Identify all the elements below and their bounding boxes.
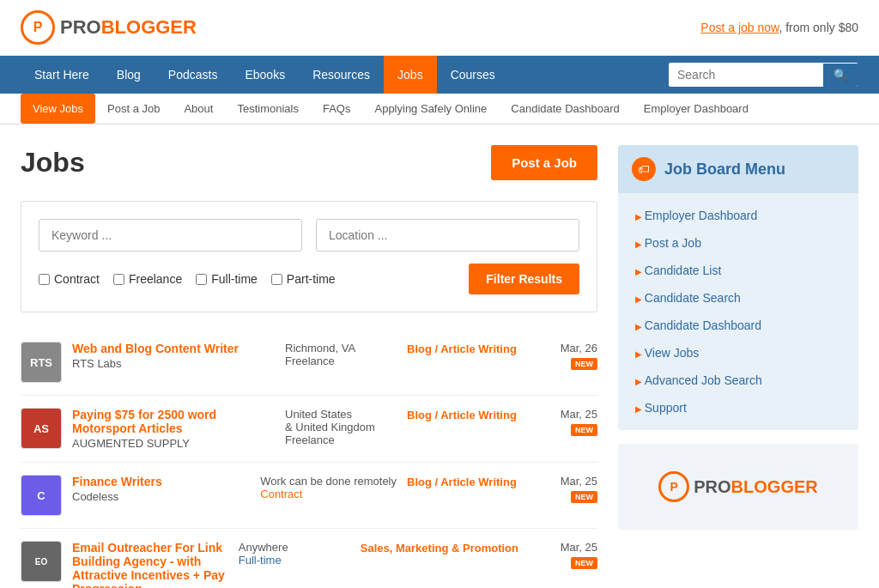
- top-bar-cta: Post a job now, from only $80: [700, 21, 858, 34]
- post-job-link[interactable]: Post a job now: [700, 21, 779, 34]
- job-type: Full-time: [239, 554, 350, 567]
- job-title: Finance Writers: [72, 475, 250, 488]
- subnav-employer-dashboard[interactable]: Employer Dashboard: [632, 94, 761, 124]
- job-category: Blog / Article Writing: [407, 408, 518, 421]
- job-info: Email Outreacher For Link Building Agenc…: [72, 541, 228, 588]
- nav-resources[interactable]: Resources: [299, 56, 384, 94]
- search-button[interactable]: 🔍: [823, 64, 858, 87]
- fulltime-checkbox[interactable]: [196, 274, 207, 285]
- job-logo: EO: [21, 541, 62, 582]
- nav-start-here[interactable]: Start Here: [21, 56, 103, 94]
- search-inputs: [39, 219, 579, 252]
- job-info: Paying $75 for 2500 word Motorsport Arti…: [72, 408, 275, 450]
- job-location: Richmond, VA: [285, 342, 397, 355]
- list-item: Advanced Job Search: [618, 367, 858, 394]
- filter-results-button[interactable]: Filter Results: [469, 264, 579, 294]
- job-company: Codeless: [72, 490, 250, 503]
- sidebar-item-support[interactable]: Support: [618, 394, 858, 421]
- sidebar-item-candidate-search[interactable]: Candidate Search: [618, 284, 858, 312]
- list-item: Employer Dashboard: [618, 202, 858, 229]
- job-date: Mar, 25NEW: [529, 475, 597, 503]
- job-location: United States& United Kingdom: [285, 408, 397, 433]
- job-logo: RTS: [21, 342, 62, 383]
- filter-freelance[interactable]: Freelance: [113, 272, 182, 286]
- job-category-link[interactable]: Blog / Article Writing: [407, 409, 517, 421]
- job-category: Sales, Marketing & Promotion: [361, 541, 518, 555]
- contract-checkbox[interactable]: [39, 274, 50, 285]
- nav-podcasts[interactable]: Podcasts: [155, 56, 232, 94]
- job-title-link[interactable]: Email Outreacher For Link Building Agenc…: [72, 541, 225, 588]
- freelance-checkbox[interactable]: [113, 274, 124, 285]
- list-item: Candidate Dashboard: [618, 312, 858, 339]
- parttime-checkbox[interactable]: [271, 274, 282, 285]
- sidebar-menu-list: Employer Dashboard Post a Job Candidate …: [618, 193, 858, 430]
- post-job-button[interactable]: Post a Job: [491, 145, 597, 180]
- filter-parttime[interactable]: Part-time: [271, 272, 336, 286]
- new-badge: NEW: [571, 491, 597, 503]
- job-type: Contract: [260, 488, 397, 500]
- sidebar-item-view-jobs[interactable]: View Jobs: [618, 339, 858, 367]
- location-input[interactable]: [316, 219, 579, 252]
- subnav-about[interactable]: About: [172, 94, 225, 124]
- job-category-link[interactable]: Sales, Marketing & Promotion: [361, 542, 518, 555]
- page-header: Jobs Post a Job: [21, 145, 597, 180]
- job-location: Anywhere: [239, 541, 350, 554]
- search-filters: Contract Freelance Full-time Part-time F…: [39, 264, 579, 294]
- subnav-post-job[interactable]: Post a Job: [95, 94, 172, 124]
- new-badge: NEW: [571, 358, 597, 370]
- new-badge: NEW: [571, 424, 597, 436]
- table-row: AS Paying $75 for 2500 word Motorsport A…: [21, 396, 597, 463]
- nav-ebooks[interactable]: Ebooks: [231, 56, 299, 94]
- job-category-link[interactable]: Blog / Article Writing: [407, 476, 517, 488]
- logo: P PROBLOGGER: [21, 10, 197, 45]
- job-title-link[interactable]: Web and Blog Content Writer: [72, 342, 239, 355]
- sidebar: 🏷 Job Board Menu Employer Dashboard Post…: [618, 145, 858, 588]
- job-title-link[interactable]: Paying $75 for 2500 word Motorsport Arti…: [72, 408, 216, 435]
- list-item: Candidate List: [618, 257, 858, 284]
- sidebar-item-candidate-list[interactable]: Candidate List: [618, 257, 858, 284]
- nav-courses[interactable]: Courses: [437, 56, 509, 94]
- table-row: C Finance Writers Codeless Work can be d…: [21, 463, 597, 529]
- list-item: Candidate Search: [618, 284, 858, 312]
- subnav-applying-safely[interactable]: Applying Safely Online: [362, 94, 499, 124]
- job-info: Web and Blog Content Writer RTS Labs: [72, 342, 275, 370]
- subnav-candidate-dashboard[interactable]: Candidate Dashboard: [499, 94, 631, 124]
- promo-icon: P: [658, 471, 689, 502]
- job-title-link[interactable]: Finance Writers: [72, 475, 162, 488]
- job-meta: Richmond, VA Freelance: [285, 342, 397, 367]
- sidebar-item-post-job[interactable]: Post a Job: [618, 229, 858, 257]
- job-category-link[interactable]: Blog / Article Writing: [407, 342, 517, 355]
- nav-search-box: 🔍: [669, 63, 858, 87]
- new-badge: NEW: [571, 557, 597, 569]
- sidebar-menu: 🏷 Job Board Menu Employer Dashboard Post…: [618, 145, 858, 430]
- subnav-faqs[interactable]: FAQs: [311, 94, 363, 124]
- list-item: Post a Job: [618, 229, 858, 257]
- subnav-testimonials[interactable]: Testimonials: [225, 94, 311, 124]
- nav-jobs[interactable]: Jobs: [384, 56, 437, 94]
- job-list: RTS Web and Blog Content Writer RTS Labs…: [21, 330, 597, 588]
- sub-nav: View Jobs Post a Job About Testimonials …: [0, 94, 879, 124]
- list-item: View Jobs: [618, 339, 858, 367]
- job-logo: C: [21, 475, 62, 516]
- logo-text: PROBLOGGER: [60, 16, 197, 39]
- filter-fulltime[interactable]: Full-time: [196, 272, 258, 286]
- sidebar-item-employer-dashboard[interactable]: Employer Dashboard: [618, 202, 858, 229]
- subnav-view-jobs[interactable]: View Jobs: [21, 94, 95, 124]
- nav-blog[interactable]: Blog: [103, 56, 155, 94]
- sidebar-item-advanced-search[interactable]: Advanced Job Search: [618, 367, 858, 394]
- job-meta: Work can be done remotely Contract: [260, 475, 397, 500]
- page-title: Jobs: [21, 147, 85, 179]
- job-info: Finance Writers Codeless: [72, 475, 250, 503]
- job-meta: Anywhere Full-time: [239, 541, 350, 567]
- filter-contract[interactable]: Contract: [39, 272, 100, 286]
- main-nav: Start Here Blog Podcasts Ebooks Resource…: [0, 56, 879, 94]
- sidebar-menu-header: 🏷 Job Board Menu: [618, 145, 858, 193]
- keyword-input[interactable]: [39, 219, 302, 252]
- job-location: Work can be done remotely: [260, 475, 397, 488]
- job-company: RTS Labs: [72, 357, 275, 370]
- search-input[interactable]: [669, 63, 823, 87]
- search-form: Contract Freelance Full-time Part-time F…: [21, 201, 597, 312]
- list-item: Support: [618, 394, 858, 421]
- sidebar-item-candidate-dashboard[interactable]: Candidate Dashboard: [618, 312, 858, 339]
- job-title: Paying $75 for 2500 word Motorsport Arti…: [72, 408, 275, 435]
